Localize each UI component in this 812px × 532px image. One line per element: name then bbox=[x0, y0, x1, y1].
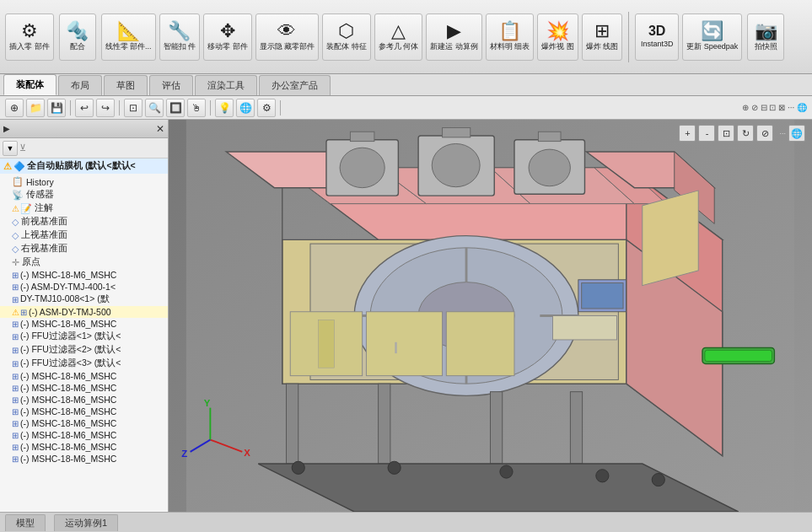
svg-rect-38 bbox=[379, 384, 390, 464]
status-tab-motion[interactable]: 运动算例1 bbox=[54, 514, 118, 531]
tree-item-sensors[interactable]: 📡 传感器 bbox=[0, 188, 168, 202]
front-plane-label: 前视基准面 bbox=[21, 216, 67, 228]
instant3d-button[interactable]: 3D Instant3D bbox=[635, 13, 679, 61]
tree-toolbar: ▼ ⊻ bbox=[0, 138, 168, 159]
tree-item-part16[interactable]: ⊞ (-) MSHC-18-M6_MSHC bbox=[0, 453, 168, 465]
tree-item-top-plane[interactable]: ◇ 上视基准面 bbox=[0, 228, 168, 242]
insert-part-button[interactable]: ⚙ 插入零 部件 bbox=[5, 13, 54, 61]
svg-text:Y: Y bbox=[204, 398, 211, 408]
part4-icon: ⊞ bbox=[20, 308, 27, 317]
sensors-icon: 📡 bbox=[12, 190, 24, 201]
tab-assembly[interactable]: 装配体 bbox=[3, 74, 56, 95]
tree-item-part12[interactable]: ⊞ (-) MSHC-18-M6_MSHC bbox=[0, 406, 168, 417]
sec-new-button[interactable]: ⊕ bbox=[5, 99, 24, 117]
exploded-view-label: 爆炸视 图 bbox=[541, 42, 574, 51]
section-view-button[interactable]: ⊘ bbox=[756, 125, 773, 142]
exploded-view-button[interactable]: 💥 爆炸视 图 bbox=[537, 13, 578, 61]
update-button[interactable]: 🔄 更新 Speedpak bbox=[682, 13, 742, 61]
new-motion-button[interactable]: ▶ 新建运 动算例 bbox=[426, 13, 482, 61]
tab-render[interactable]: 渲染工具 bbox=[195, 75, 257, 95]
tree-item-part13[interactable]: ⊞ (-) MSHC-18-M6_MSHC bbox=[0, 417, 168, 429]
panel-close-btn[interactable]: ✕ bbox=[156, 123, 164, 135]
zoom-in-button[interactable]: + bbox=[679, 125, 696, 142]
sec-zoom-fit-button[interactable]: ⊡ bbox=[124, 99, 143, 117]
tree-item-part3[interactable]: ⊞ DY-TMJ10-008<1> (默 bbox=[0, 293, 168, 306]
display-mode-button[interactable]: 🌐 bbox=[788, 125, 805, 142]
sec-zoom-sel-button[interactable]: 🔍 bbox=[145, 99, 164, 117]
part6-icon: ⊞ bbox=[12, 332, 19, 341]
tree-item-part11[interactable]: ⊞ (-) MSHC-18-M6_MSHC bbox=[0, 394, 168, 406]
tree-root-item[interactable]: ⚠ 🔷 全自动贴膜机 (默认<默认< bbox=[0, 159, 168, 174]
tree-item-origin[interactable]: ✛ 原点 bbox=[0, 255, 168, 269]
toolbar-group-bom: 📋 材料明 细表 bbox=[486, 13, 535, 61]
tree-item-right-plane[interactable]: ◇ 右视基准面 bbox=[0, 242, 168, 255]
sec-save-button[interactable]: 💾 bbox=[47, 99, 66, 117]
tab-sketch[interactable]: 草图 bbox=[104, 75, 148, 95]
sec-rotate-button[interactable]: 🖱 bbox=[187, 99, 206, 117]
svg-text:X: X bbox=[244, 448, 250, 458]
secondary-toolbar: ⊕ 📁 💾 ↩ ↪ ⊡ 🔍 🔲 🖱 💡 🌐 ⚙ ⊕ ⊘ ⊟ ⊡ ⊠ ∙∙∙ 🌐 bbox=[0, 96, 812, 120]
sec-sep-2 bbox=[119, 100, 120, 116]
tree-item-part1[interactable]: ⊞ (-) MSHC-18-M6_MSHC bbox=[0, 269, 168, 281]
smart-fastener-button[interactable]: 🔧 智能扣 件 bbox=[159, 13, 201, 61]
linear-parts-button[interactable]: 📐 线性零 部件... bbox=[101, 13, 156, 61]
tree-item-part7[interactable]: ⊞ (-) FFU过滤器<2> (默认< bbox=[0, 343, 168, 357]
move-part-button[interactable]: ✥ 移动零 部件 bbox=[203, 13, 252, 61]
part14-label: (-) MSHC-18-M6_MSHC bbox=[20, 430, 116, 440]
tree-item-history[interactable]: 📋 History bbox=[0, 175, 168, 188]
part3-icon: ⊞ bbox=[12, 295, 19, 304]
sec-display-button[interactable]: ⚙ bbox=[257, 99, 276, 117]
filter-button[interactable]: ▼ bbox=[3, 141, 18, 156]
bom-button[interactable]: 📋 材料明 细表 bbox=[486, 13, 535, 61]
svg-rect-17 bbox=[443, 127, 471, 137]
top-plane-icon: ◇ bbox=[12, 230, 19, 241]
status-bar: 模型 运动算例1 bbox=[0, 512, 812, 532]
status-tab-model[interactable]: 模型 bbox=[5, 514, 46, 531]
fit-view-button[interactable]: ⊡ bbox=[718, 125, 734, 142]
main-toolbar: ⚙ 插入零 部件 🔩 配合 📐 线性零 部件... 🔧 智能扣 件 ✥ 移动零 … bbox=[0, 0, 812, 74]
part16-label: (-) MSHC-18-M6_MSHC bbox=[20, 454, 116, 464]
part14-icon: ⊞ bbox=[12, 431, 19, 440]
explode-line-button[interactable]: ⊞ 爆炸 线图 bbox=[582, 13, 623, 61]
assemble-button[interactable]: 🔩 配合 bbox=[59, 13, 96, 61]
show-hide-button[interactable]: 👁 显示隐 藏零部件 bbox=[255, 13, 320, 61]
part9-icon: ⊞ bbox=[12, 372, 19, 381]
tab-office[interactable]: 办公室产品 bbox=[259, 75, 331, 95]
exploded-view-icon: 💥 bbox=[546, 22, 569, 40]
sec-redo-button[interactable]: ↪ bbox=[96, 99, 115, 117]
svg-rect-33 bbox=[318, 320, 334, 368]
tab-layout[interactable]: 布局 bbox=[58, 75, 102, 95]
tree-item-part15[interactable]: ⊞ (-) MSHC-18-M6_MSHC bbox=[0, 441, 168, 453]
sec-zoom-window-button[interactable]: 🔲 bbox=[166, 99, 185, 117]
notes-label: 注解 bbox=[35, 202, 53, 214]
rotate-view-button[interactable]: ↻ bbox=[737, 125, 754, 142]
zoom-out-button[interactable]: - bbox=[698, 125, 715, 142]
assembly-feature-button[interactable]: ⬡ 装配体 特征 bbox=[322, 13, 371, 61]
top-plane-label: 上视基准面 bbox=[21, 229, 67, 241]
tree-item-part2[interactable]: ⊞ (-) ASM-DY-TMJ-400-1< bbox=[0, 281, 168, 293]
move-part-label: 移动零 部件 bbox=[207, 42, 248, 51]
insert-part-label: 插入零 部件 bbox=[9, 42, 50, 51]
tree-item-front-plane[interactable]: ◇ 前视基准面 bbox=[0, 215, 168, 228]
tree-item-part14[interactable]: ⊞ (-) MSHC-18-M6_MSHC bbox=[0, 429, 168, 441]
snapshot-button[interactable]: 📷 拍快照 bbox=[747, 13, 784, 61]
tree-item-part8[interactable]: ⊞ (-) FFU过滤器<3> (默认< bbox=[0, 357, 168, 370]
svg-rect-36 bbox=[446, 312, 514, 376]
sec-open-button[interactable]: 📁 bbox=[26, 99, 45, 117]
tree-item-part9[interactable]: ⊞ (-) MSHC-18-M6_MSHC bbox=[0, 370, 168, 382]
left-panel: ▶ ✕ ▼ ⊻ ⚠ 🔷 全自动贴膜机 (默认<默认< 📋 History bbox=[0, 120, 169, 512]
3d-viewport[interactable]: X Y Z + - ⊡ ↻ ⊘ ∙∙∙ 🌐 bbox=[169, 120, 812, 512]
tree-item-part5[interactable]: ⊞ (-) MSHC-18-M6_MSHC bbox=[0, 318, 168, 330]
ref-geometry-button[interactable]: △ 参考几 何体 bbox=[374, 13, 423, 61]
tree-item-part10[interactable]: ⊞ (-) MSHC-18-M6_MSHC bbox=[0, 382, 168, 394]
tab-evaluate[interactable]: 评估 bbox=[149, 75, 193, 95]
toolbar-group-showhide: 👁 显示隐 藏零部件 bbox=[255, 13, 320, 61]
sec-appearance-button[interactable]: 🌐 bbox=[236, 99, 255, 117]
sec-undo-button[interactable]: ↩ bbox=[75, 99, 94, 117]
sec-light-button[interactable]: 💡 bbox=[215, 99, 234, 117]
tree-item-part6[interactable]: ⊞ (-) FFU过滤器<1> (默认< bbox=[0, 330, 168, 343]
tree-item-notes[interactable]: ⚠ 📝 注解 bbox=[0, 202, 168, 215]
feature-tree: 📋 History 📡 传感器 ⚠ 📝 注解 ◇ 前视基准面 bbox=[0, 174, 168, 512]
tree-item-part4[interactable]: ⚠ ⊞ (-) ASM-DY-TMJ-500 bbox=[0, 306, 168, 318]
svg-point-13 bbox=[340, 148, 384, 187]
